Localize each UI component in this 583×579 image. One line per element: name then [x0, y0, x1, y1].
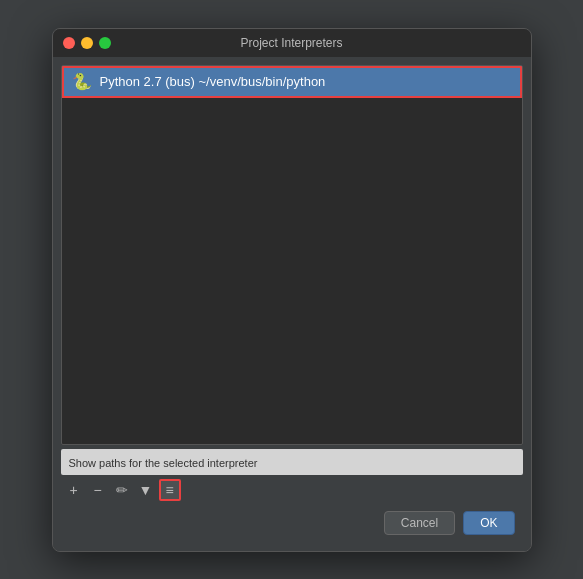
ok-button[interactable]: OK	[463, 511, 514, 535]
python-icon: 🐍	[72, 74, 92, 90]
titlebar: Project Interpreters	[53, 29, 531, 57]
add-button[interactable]: +	[63, 479, 85, 501]
interpreter-item[interactable]: 🐍 Python 2.7 (bus) ~/venv/bus/bin/python	[62, 66, 522, 98]
minimize-button[interactable]	[81, 37, 93, 49]
window-content: 🐍 Python 2.7 (bus) ~/venv/bus/bin/python…	[53, 57, 531, 551]
close-button[interactable]	[63, 37, 75, 49]
titlebar-buttons	[63, 37, 111, 49]
remove-button[interactable]: −	[87, 479, 109, 501]
interpreter-list: 🐍 Python 2.7 (bus) ~/venv/bus/bin/python	[61, 65, 523, 445]
window-title: Project Interpreters	[240, 36, 342, 50]
tooltip-bar: Show paths for the selected interpreter	[61, 449, 523, 475]
maximize-button[interactable]	[99, 37, 111, 49]
filter-button[interactable]: ▼	[135, 479, 157, 501]
interpreter-label: Python 2.7 (bus) ~/venv/bus/bin/python	[100, 74, 326, 89]
edit-button[interactable]: ✏	[111, 479, 133, 501]
project-interpreters-window: Project Interpreters 🐍 Python 2.7 (bus) …	[52, 28, 532, 552]
footer: Cancel OK	[61, 505, 523, 543]
tooltip-text: Show paths for the selected interpreter	[69, 457, 258, 469]
cancel-button[interactable]: Cancel	[384, 511, 455, 535]
show-paths-button[interactable]: ≡	[159, 479, 181, 501]
toolbar: + − ✏ ▼ ≡	[61, 475, 523, 505]
